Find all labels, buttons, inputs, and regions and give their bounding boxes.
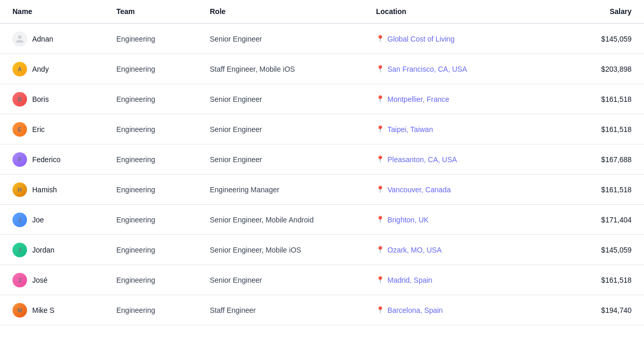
role-cell: Senior Engineer, Mobile Android (210, 216, 376, 224)
location-text[interactable]: Madrid, Spain (387, 276, 432, 284)
team-cell: Engineering (116, 65, 210, 73)
name-cell: M Mike S (12, 303, 116, 318)
employee-name: Jordan (32, 246, 55, 254)
avatar: M (12, 303, 27, 318)
salary-cell: $145,059 (563, 246, 632, 254)
table-body: Adnan Engineering Senior Engineer 📍 Glob… (0, 24, 644, 325)
name-cell: J Joe (12, 213, 116, 227)
location-text[interactable]: San Francisco, CA, USA (387, 65, 467, 73)
name-cell: J José (12, 273, 116, 287)
avatar: H (12, 182, 27, 197)
avatar: B (12, 92, 27, 107)
col-header-location: Location (376, 7, 563, 16)
avatar: F (12, 152, 27, 167)
employee-name: Mike S (32, 306, 55, 314)
location-cell[interactable]: 📍 Madrid, Spain (376, 276, 563, 284)
role-cell: Staff Engineer, Mobile iOS (210, 65, 376, 73)
avatar: E (12, 122, 27, 137)
table-row[interactable]: J Jordan Engineering Senior Engineer, Mo… (0, 235, 644, 265)
table-row[interactable]: E Eric Engineering Senior Engineer 📍 Tai… (0, 114, 644, 144)
role-cell: Engineering Manager (210, 186, 376, 194)
table-header: Name Team Role Location Salary (0, 0, 644, 24)
employee-name: Adnan (32, 35, 53, 43)
location-text[interactable]: Global Cost of Living (387, 35, 454, 43)
employee-name: Andy (32, 65, 49, 73)
name-cell: B Boris (12, 92, 116, 107)
table-row[interactable]: M Mike S Engineering Staff Engineer 📍 Ba… (0, 295, 644, 325)
employee-name: José (32, 276, 48, 284)
salary-cell: $161,518 (563, 186, 632, 194)
location-text[interactable]: Barcelona, Spain (387, 306, 443, 314)
location-cell[interactable]: 📍 Brighton, UK (376, 216, 563, 224)
employees-table: Name Team Role Location Salary Adnan Eng… (0, 0, 644, 343)
table-row[interactable]: H Hamish Engineering Engineering Manager… (0, 175, 644, 205)
table-row[interactable]: Adnan Engineering Senior Engineer 📍 Glob… (0, 24, 644, 54)
location-cell[interactable]: 📍 Vancouver, Canada (376, 186, 563, 194)
role-cell: Senior Engineer (210, 155, 376, 164)
team-cell: Engineering (116, 35, 210, 43)
name-cell: E Eric (12, 122, 116, 137)
col-header-team: Team (116, 7, 210, 16)
location-cell[interactable]: 📍 Barcelona, Spain (376, 306, 563, 314)
location-cell[interactable]: 📍 Global Cost of Living (376, 35, 563, 43)
location-pin-icon: 📍 (376, 216, 384, 223)
role-cell: Senior Engineer, Mobile iOS (210, 246, 376, 254)
location-cell[interactable]: 📍 Taipei, Taiwan (376, 125, 563, 134)
location-pin-icon: 📍 (376, 95, 384, 103)
location-pin-icon: 📍 (376, 155, 384, 163)
location-pin-icon: 📍 (376, 35, 384, 43)
table-row[interactable]: A Andy Engineering Staff Engineer, Mobil… (0, 54, 644, 84)
table-row[interactable]: B Boris Engineering Senior Engineer 📍 Mo… (0, 84, 644, 114)
salary-cell: $161,518 (563, 276, 632, 284)
location-cell[interactable]: 📍 Montpellier, France (376, 95, 563, 103)
location-text[interactable]: Vancouver, Canada (387, 186, 451, 194)
location-text[interactable]: Ozark, MO, USA (387, 246, 441, 254)
salary-cell: $203,898 (563, 65, 632, 73)
name-cell: J Jordan (12, 243, 116, 257)
role-cell: Senior Engineer (210, 95, 376, 103)
team-cell: Engineering (116, 306, 210, 314)
location-pin-icon: 📍 (376, 186, 384, 193)
name-cell: H Hamish (12, 182, 116, 197)
location-text[interactable]: Pleasanton, CA, USA (387, 155, 457, 164)
location-text[interactable]: Brighton, UK (387, 216, 428, 224)
employee-name: Hamish (32, 186, 57, 194)
team-cell: Engineering (116, 276, 210, 284)
avatar: J (12, 213, 27, 227)
location-cell[interactable]: 📍 San Francisco, CA, USA (376, 65, 563, 73)
role-cell: Senior Engineer (210, 35, 376, 43)
team-cell: Engineering (116, 95, 210, 103)
name-cell: A Andy (12, 62, 116, 76)
avatar: J (12, 273, 27, 287)
table-row[interactable]: F Federico Engineering Senior Engineer 📍… (0, 144, 644, 175)
name-cell: F Federico (12, 152, 116, 167)
table-row[interactable]: J Joe Engineering Senior Engineer, Mobil… (0, 205, 644, 235)
team-cell: Engineering (116, 246, 210, 254)
employee-name: Eric (32, 125, 45, 134)
team-cell: Engineering (116, 216, 210, 224)
salary-cell: $161,518 (563, 95, 632, 103)
role-cell: Senior Engineer (210, 125, 376, 134)
salary-cell: $161,518 (563, 125, 632, 134)
location-pin-icon: 📍 (376, 276, 384, 284)
location-text[interactable]: Taipei, Taiwan (387, 125, 433, 134)
team-cell: Engineering (116, 155, 210, 164)
col-header-name: Name (12, 7, 116, 16)
location-cell[interactable]: 📍 Pleasanton, CA, USA (376, 155, 563, 164)
name-cell: Adnan (12, 32, 116, 46)
salary-cell: $171,404 (563, 216, 632, 224)
location-text[interactable]: Montpellier, France (387, 95, 449, 103)
location-pin-icon: 📍 (376, 65, 384, 73)
location-pin-icon: 📍 (376, 306, 384, 314)
table-row[interactable]: J José Engineering Senior Engineer 📍 Mad… (0, 265, 644, 295)
salary-cell: $194,740 (563, 306, 632, 314)
salary-cell: $167,688 (563, 155, 632, 164)
location-cell[interactable]: 📍 Ozark, MO, USA (376, 246, 563, 254)
team-cell: Engineering (116, 125, 210, 134)
avatar (12, 32, 27, 46)
col-header-role: Role (210, 7, 376, 16)
location-pin-icon: 📍 (376, 246, 384, 254)
role-cell: Staff Engineer (210, 306, 376, 314)
col-header-salary: Salary (563, 7, 632, 16)
avatar: A (12, 62, 27, 76)
